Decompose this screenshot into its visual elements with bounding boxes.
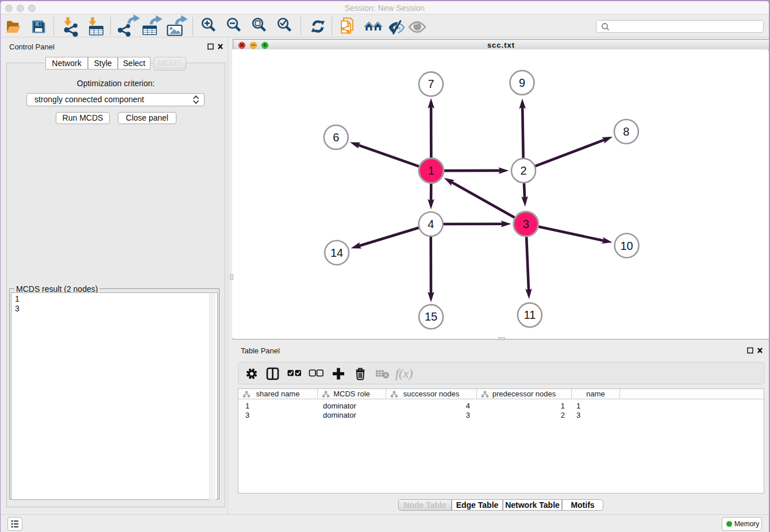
svg-text:8: 8 — [623, 125, 630, 138]
svg-text:10: 10 — [621, 240, 633, 252]
svg-text:6: 6 — [333, 131, 340, 144]
svg-text:14: 14 — [330, 246, 343, 259]
svg-text:11: 11 — [524, 309, 536, 322]
svg-text:3: 3 — [523, 218, 529, 230]
svg-text:1: 1 — [428, 164, 434, 177]
svg-text:9: 9 — [519, 76, 525, 89]
svg-text:2: 2 — [521, 164, 527, 177]
svg-text:15: 15 — [425, 311, 437, 323]
svg-text:7: 7 — [428, 78, 434, 91]
svg-text:f(x): f(x) — [395, 366, 413, 380]
svg-text:4: 4 — [428, 218, 434, 230]
